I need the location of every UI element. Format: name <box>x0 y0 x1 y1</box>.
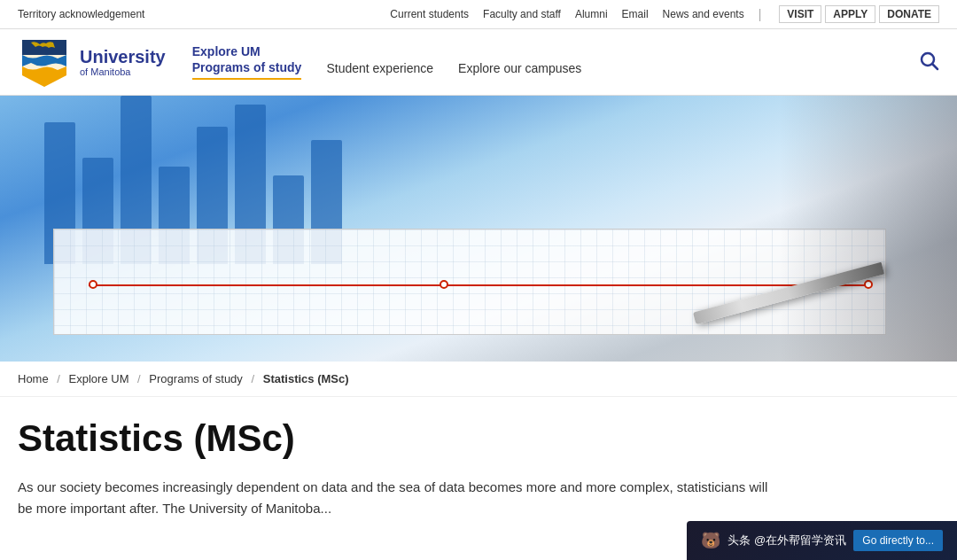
nav-student-experience[interactable]: Student experience <box>326 61 433 79</box>
breadcrumb: Home / Explore UM / Programs of study / … <box>0 362 957 397</box>
donate-button[interactable]: DONATE <box>879 5 939 23</box>
news-events-link[interactable]: News and events <box>663 8 744 20</box>
logo-link[interactable]: University of Manitoba <box>18 35 166 89</box>
page-content: Statistics (MSc) As our society becomes … <box>0 397 798 519</box>
explore-um-link[interactable]: Explore UM <box>192 44 261 58</box>
university-logo-icon <box>18 35 71 89</box>
faculty-staff-link[interactable]: Faculty and staff <box>483 8 561 20</box>
page-description: As our society becomes increasingly depe… <box>18 477 780 519</box>
search-icon[interactable] <box>918 50 939 71</box>
current-students-link[interactable]: Current students <box>390 8 469 20</box>
territory-link[interactable]: Territory acknowledgement <box>18 8 144 20</box>
breadcrumb-sep-3: / <box>251 372 254 385</box>
page-title: Statistics (MSc) <box>18 418 780 459</box>
hero-document <box>53 229 886 335</box>
hero-red-line <box>89 284 868 286</box>
hero-image <box>0 96 957 362</box>
visit-button[interactable]: VISIT <box>779 5 821 23</box>
dot-middle <box>440 280 448 289</box>
nav-top: Explore UM <box>192 44 918 60</box>
hero-right-overlay <box>780 96 957 362</box>
dot-right <box>864 280 873 289</box>
grid-lines <box>54 229 885 334</box>
nav-links: Explore UM Programs of study Student exp… <box>192 44 918 80</box>
nav-explore-campuses[interactable]: Explore our campuses <box>458 61 581 79</box>
breadcrumb-programs[interactable]: Programs of study <box>149 372 243 385</box>
apply-button[interactable]: APPLY <box>825 5 875 23</box>
main-nav: University of Manitoba Explore UM Progra… <box>0 29 957 96</box>
breadcrumb-sep-1: / <box>57 372 60 385</box>
nav-search-area <box>918 50 939 74</box>
alumni-link[interactable]: Alumni <box>575 8 608 20</box>
breadcrumb-home[interactable]: Home <box>18 372 49 385</box>
hero-visual <box>0 96 957 362</box>
utility-bar: Territory acknowledgement Current studen… <box>0 0 957 29</box>
logo-text: University of Manitoba <box>80 47 166 77</box>
breadcrumb-sep-2: / <box>137 372 141 385</box>
breadcrumb-current: Statistics (MSc) <box>263 372 349 385</box>
breadcrumb-explore-um[interactable]: Explore UM <box>69 372 129 385</box>
utility-bar-left: Territory acknowledgement <box>18 8 144 20</box>
utility-bar-right: Current students Faculty and staff Alumn… <box>390 5 939 23</box>
utility-divider: | <box>759 7 762 21</box>
utility-actions: VISIT APPLY DONATE <box>775 5 939 23</box>
dot-left <box>89 280 97 289</box>
email-link[interactable]: Email <box>622 8 649 20</box>
nav-main: Programs of study Student experience Exp… <box>192 60 918 80</box>
svg-line-1 <box>933 65 938 70</box>
nav-programs-study[interactable]: Programs of study <box>192 60 302 80</box>
